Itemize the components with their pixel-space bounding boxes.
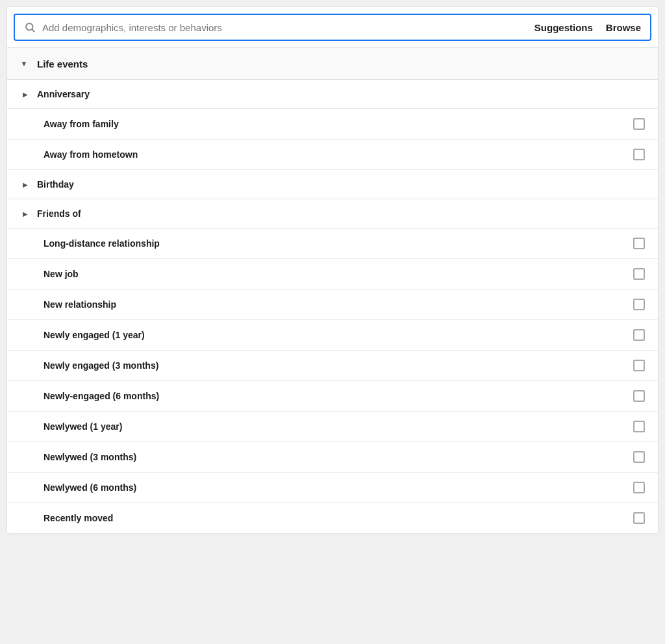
chevron-right-icon: ▶ <box>20 89 31 99</box>
browse-button[interactable]: Browse <box>606 22 641 33</box>
chevron-right-icon: ▶ <box>20 179 31 190</box>
checkbox[interactable] <box>633 390 645 402</box>
list-item-newlywed-6m[interactable]: Newlywed (6 months) <box>7 473 658 503</box>
chevron-right-icon: ▶ <box>20 208 31 219</box>
items-list: ▶ Anniversary Away from family Away from… <box>7 80 658 534</box>
checkbox[interactable] <box>633 482 645 493</box>
list-item-label: Newly engaged (1 year) <box>44 330 145 340</box>
checkbox[interactable] <box>633 451 645 463</box>
chevron-down-icon: ▼ <box>18 57 31 70</box>
sub-header-label: Anniversary <box>37 89 90 99</box>
sub-header-anniversary[interactable]: ▶ Anniversary <box>7 80 658 109</box>
sub-header-label: Birthday <box>37 179 74 190</box>
checkbox[interactable] <box>633 512 645 524</box>
checkbox[interactable] <box>633 299 645 310</box>
section-header-life-events[interactable]: ▼ Life events <box>7 48 658 80</box>
list-item-recently-moved[interactable]: Recently moved <box>7 503 658 534</box>
section-title: Life events <box>37 58 88 69</box>
list-item-label: Recently moved <box>44 513 113 523</box>
list-item-newlywed-1y[interactable]: Newlywed (1 year) <box>7 412 658 442</box>
sub-header-label: Friends of <box>37 208 81 219</box>
checkbox[interactable] <box>633 149 645 160</box>
search-icon <box>24 21 36 33</box>
checkbox[interactable] <box>633 238 645 249</box>
list-item-label: Newlywed (1 year) <box>44 421 122 432</box>
checkbox[interactable] <box>633 421 645 432</box>
list-item-newly-engaged-6m[interactable]: Newly-engaged (6 months) <box>7 381 658 412</box>
search-actions: Suggestions Browse <box>534 22 641 33</box>
checkbox[interactable] <box>633 360 645 371</box>
list-item-away-from-family[interactable]: Away from family <box>7 109 658 140</box>
list-item-label: Newly-engaged (6 months) <box>44 391 159 401</box>
list-item-label: Away from hometown <box>44 149 138 160</box>
list-item-label: Long-distance relationship <box>44 238 160 249</box>
sub-header-friends-of[interactable]: ▶ Friends of <box>7 199 658 229</box>
list-item-new-job[interactable]: New job <box>7 259 658 290</box>
list-item-label: New job <box>44 269 79 279</box>
list-item-newly-engaged-3m[interactable]: Newly engaged (3 months) <box>7 351 658 381</box>
list-item-away-from-hometown[interactable]: Away from hometown <box>7 140 658 170</box>
list-item-label: Newlywed (3 months) <box>44 452 136 462</box>
list-item-long-distance[interactable]: Long-distance relationship <box>7 229 658 259</box>
checkbox[interactable] <box>633 329 645 341</box>
suggestions-button[interactable]: Suggestions <box>534 22 593 33</box>
list-item-newlywed-3m[interactable]: Newlywed (3 months) <box>7 442 658 473</box>
list-item-label: Newlywed (6 months) <box>44 482 136 493</box>
checkbox[interactable] <box>633 268 645 280</box>
list-item-label: Newly engaged (3 months) <box>44 360 158 371</box>
main-container: Suggestions Browse ▼ Life events ▶ Anniv… <box>6 6 659 534</box>
svg-line-1 <box>32 29 34 31</box>
list-item-newly-engaged-1y[interactable]: Newly engaged (1 year) <box>7 320 658 351</box>
list-container: ▼ Life events ▶ Anniversary Away from fa… <box>7 47 658 534</box>
checkbox[interactable] <box>633 118 645 130</box>
search-input[interactable] <box>42 22 534 33</box>
search-bar: Suggestions Browse <box>14 14 651 41</box>
list-item-label: Away from family <box>44 119 119 129</box>
sub-header-birthday[interactable]: ▶ Birthday <box>7 170 658 199</box>
list-item-label: New relationship <box>44 299 116 310</box>
list-item-new-relationship[interactable]: New relationship <box>7 290 658 320</box>
